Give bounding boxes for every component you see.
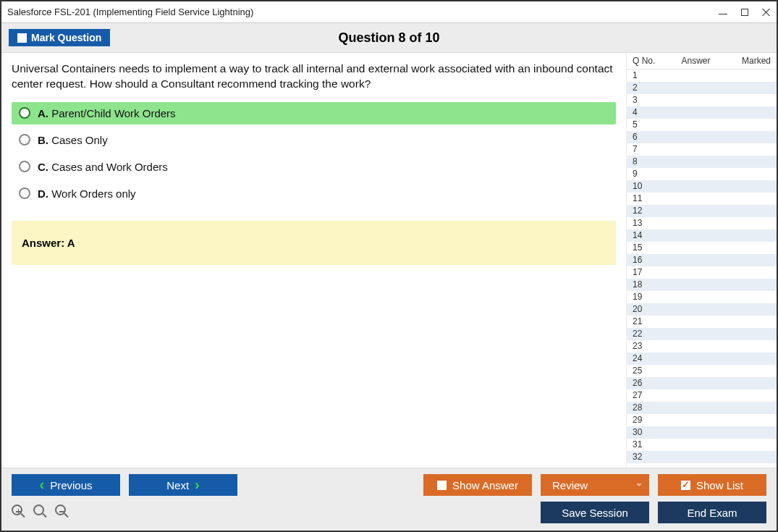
question-list-row[interactable]: 6	[627, 131, 777, 143]
question-counter: Question 8 of 10	[1, 30, 777, 46]
question-list-row[interactable]: 5	[627, 119, 777, 131]
question-list-row[interactable]: 11	[627, 193, 777, 205]
show-answer-label: Show Answer	[452, 479, 518, 491]
question-list-row[interactable]: 27	[627, 389, 777, 402]
close-button[interactable]	[762, 8, 771, 17]
bottom-toolbar: Previous Next Show Answer Review Show Li…	[1, 468, 777, 531]
question-number: 31	[633, 439, 661, 451]
question-number: 10	[633, 180, 661, 193]
maximize-button[interactable]	[740, 8, 749, 17]
question-list-row[interactable]: 28	[627, 402, 777, 414]
zoom-reset-button[interactable]	[33, 504, 49, 520]
question-number: 8	[633, 156, 661, 168]
main-area: Universal Containers needs to implement …	[1, 53, 777, 468]
checkbox-icon	[437, 481, 447, 490]
zoom-out-button[interactable]	[55, 504, 71, 520]
question-list-row[interactable]: 8	[627, 156, 777, 168]
question-list-row[interactable]: 4	[627, 106, 777, 119]
question-number: 32	[633, 451, 661, 463]
question-list-row[interactable]: 12	[627, 205, 777, 217]
question-list-row[interactable]: 30	[627, 426, 777, 439]
option-c[interactable]: C. Cases and Work Orders	[12, 156, 616, 178]
end-exam-button[interactable]: End Exam	[658, 502, 766, 523]
save-session-button[interactable]: Save Session	[541, 502, 649, 523]
question-number: 18	[633, 279, 661, 291]
question-list[interactable]: 1234567891011121314151617181920212223242…	[627, 69, 777, 468]
question-list-row[interactable]: 3	[627, 94, 777, 106]
minimize-button[interactable]	[719, 8, 727, 17]
save-session-label: Save Session	[562, 507, 628, 519]
review-dropdown[interactable]: Review	[541, 474, 649, 496]
question-list-row[interactable]: 24	[627, 352, 777, 365]
minimize-icon	[719, 14, 727, 14]
question-number: 4	[633, 106, 661, 119]
next-button[interactable]: Next	[129, 474, 237, 496]
radio-icon	[19, 161, 30, 172]
question-list-row[interactable]: 18	[627, 279, 777, 291]
question-list-row[interactable]: 7	[627, 143, 777, 156]
question-number: 23	[633, 340, 661, 352]
question-list-row[interactable]: 26	[627, 377, 777, 389]
option-b[interactable]: B. Cases Only	[12, 129, 616, 151]
titlebar: Salesforce FSL-201 (Implementing Field S…	[1, 1, 777, 23]
option-a[interactable]: A. Parent/Child Work Orders	[12, 102, 616, 124]
options-list: A. Parent/Child Work OrdersB. Cases Only…	[12, 102, 616, 209]
close-icon	[762, 8, 771, 17]
zoom-in-button[interactable]	[12, 504, 28, 520]
radio-icon	[19, 107, 30, 119]
question-list-row[interactable]: 13	[627, 217, 777, 229]
question-list-row[interactable]: 25	[627, 365, 777, 377]
question-list-row[interactable]: 21	[627, 316, 777, 328]
question-number: 7	[633, 143, 661, 156]
chevron-right-icon	[195, 479, 200, 491]
maximize-icon	[741, 9, 748, 16]
question-list-row[interactable]: 22	[627, 328, 777, 340]
question-list-row[interactable]: 32	[627, 451, 777, 463]
question-number: 30	[633, 426, 661, 439]
toolbar-row-1: Previous Next Show Answer Review Show Li…	[12, 474, 766, 496]
question-panel: Universal Containers needs to implement …	[1, 53, 626, 468]
question-number: 25	[633, 365, 661, 377]
zoom-controls	[12, 504, 71, 520]
question-number: 6	[633, 131, 661, 143]
question-number: 19	[633, 291, 661, 303]
option-d[interactable]: D. Work Orders only	[12, 182, 616, 205]
question-list-row[interactable]: 10	[627, 180, 777, 193]
question-number: 29	[633, 414, 661, 426]
question-list-row[interactable]: 16	[627, 254, 777, 266]
question-number: 24	[633, 352, 661, 365]
question-list-row[interactable]: 23	[627, 340, 777, 352]
question-list-row[interactable]: 29	[627, 414, 777, 426]
show-list-button[interactable]: Show List	[658, 474, 766, 496]
question-number: 5	[633, 119, 661, 131]
question-list-row[interactable]: 1	[627, 69, 777, 82]
question-list-row[interactable]: 31	[627, 439, 777, 451]
col-qno: Q No.	[633, 56, 661, 66]
question-list-row[interactable]: 20	[627, 303, 777, 316]
question-number: 12	[633, 205, 661, 217]
question-number: 11	[633, 193, 661, 205]
window-title: Salesforce FSL-201 (Implementing Field S…	[7, 7, 719, 17]
question-number: 15	[633, 242, 661, 254]
question-number: 17	[633, 266, 661, 279]
mark-question-button[interactable]: Mark Question	[9, 29, 110, 46]
question-list-row[interactable]: 2	[627, 82, 777, 94]
end-exam-label: End Exam	[687, 507, 737, 519]
header-bar: Mark Question Question 8 of 10	[1, 23, 777, 53]
previous-label: Previous	[50, 479, 92, 491]
question-list-row[interactable]: 14	[627, 229, 777, 242]
question-list-row[interactable]: 9	[627, 168, 777, 180]
show-answer-button[interactable]: Show Answer	[423, 474, 532, 496]
question-list-row[interactable]: 15	[627, 242, 777, 254]
question-number: 16	[633, 254, 661, 266]
review-label: Review	[552, 479, 588, 491]
col-marked: Marked	[730, 56, 771, 66]
question-number: 14	[633, 229, 661, 242]
question-number: 2	[633, 82, 661, 94]
question-list-row[interactable]: 19	[627, 291, 777, 303]
question-number: 9	[633, 168, 661, 180]
previous-button[interactable]: Previous	[12, 474, 120, 496]
question-list-row[interactable]: 17	[627, 266, 777, 279]
question-number: 1	[633, 69, 661, 82]
toolbar-row-2: Save Session End Exam	[12, 502, 766, 523]
